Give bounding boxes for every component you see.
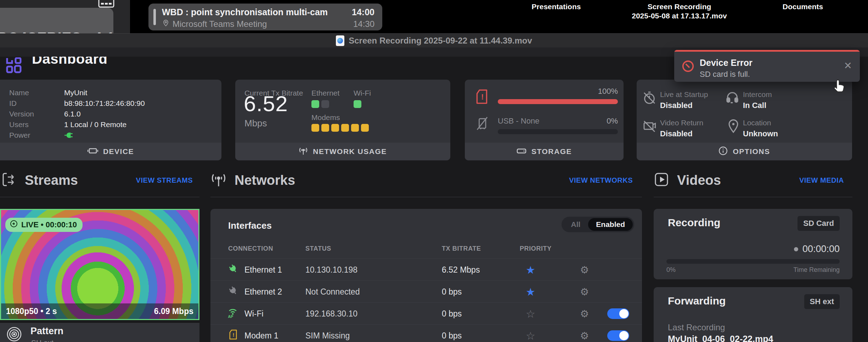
table-row-ethernet-2[interactable]: Ethernet 2 Not Connected 0 bps ★ ⚙ — [210, 280, 642, 302]
modem-status-squares — [311, 124, 371, 133]
status-square-warn — [321, 124, 329, 132]
options-footer-button[interactable]: OPTIONS — [637, 143, 852, 160]
table-row-modem-1[interactable]: ! Modem 1 SIM Missing 0 bps ☆ ⚙ — [210, 324, 642, 342]
status-square-warn — [341, 124, 349, 132]
streams-title: Streams — [25, 173, 78, 188]
live-at-startup-value: Disabled — [660, 101, 693, 110]
fragment-card: RO4SERIES v4.1.1 — [0, 8, 113, 33]
location-label: Location — [743, 119, 771, 127]
location-icon — [727, 119, 740, 135]
recording-title: Recording — [668, 217, 720, 229]
storage-footer-button[interactable]: STORAGE — [465, 143, 624, 160]
recording-card: Recording SD Card 00:00:00 0% Time Remai… — [654, 209, 852, 279]
priority-star-filled[interactable]: ★ — [526, 263, 535, 276]
power-plug-icon — [64, 131, 73, 142]
stream-source-row[interactable]: Pattern SH ext — [0, 323, 199, 342]
close-icon[interactable]: ✕ — [844, 60, 852, 72]
networks-antenna-icon — [210, 171, 227, 189]
video-return-value: Disabled — [660, 129, 693, 138]
priority-star-outline[interactable]: ☆ — [526, 307, 535, 320]
column-header-connection: CONNECTION — [228, 245, 273, 252]
settings-gear-icon[interactable]: ⚙ — [580, 264, 589, 275]
forwarding-card: Forwarding SH ext Last Recording MyUnit_… — [654, 287, 852, 342]
settings-gear-icon[interactable]: ⚙ — [580, 286, 589, 297]
connection-name: Ethernet 1 — [244, 265, 282, 274]
view-streams-link[interactable]: VIEW STREAMS — [136, 176, 193, 184]
table-row-ethernet-1[interactable]: Ethernet 1 10.130.10.198 6.52 Mbps ★ ⚙ — [210, 258, 642, 280]
bitrate-value: 6.52 — [244, 91, 288, 116]
table-row-wifi[interactable]: AP Wi-Fi 192.168.30.10 0 bps ☆ ⚙ — [210, 302, 642, 324]
stream-video-preview[interactable]: LIVE • 00:00:10 1080p50 • 2 s 6.09 Mbps — [0, 209, 199, 320]
wifi-label: Wi-Fi — [354, 89, 371, 97]
desktop-file-presentations[interactable]: Presentations — [517, 2, 595, 11]
wifi-status-squares — [354, 100, 363, 109]
calendar-event-title: WBD : point synchronisation multi-cam — [162, 7, 328, 17]
priority-star-filled[interactable]: ★ — [526, 285, 535, 298]
networks-title: Networks — [235, 173, 295, 188]
antenna-icon — [299, 146, 308, 157]
desktop-file-label-line2: 2025-05-08 at 17.13.17.mov — [624, 11, 735, 21]
modem-enable-toggle[interactable] — [607, 330, 629, 341]
status-square-on — [311, 100, 319, 108]
mouse-cursor-hand — [833, 79, 847, 94]
intercom-value: In Call — [743, 101, 766, 110]
device-error-notification[interactable]: Device Error SD card is full. ✕ — [674, 50, 860, 82]
video-bitrate: 6.09 Mbps — [154, 307, 193, 316]
last-recording-label: Last Recording — [668, 323, 725, 332]
intercom-label: Intercom — [743, 90, 772, 99]
desktop-file-screen-recording[interactable]: Screen Recording 2025-05-08 at 17.13.17.… — [624, 2, 735, 21]
usb-none-icon — [476, 116, 488, 132]
device-row-power: Power — [9, 131, 30, 140]
desktop-file-documents[interactable]: Documents — [765, 2, 840, 11]
view-media-link[interactable]: VIEW MEDIA — [799, 176, 844, 184]
videos-divider — [654, 197, 852, 197]
live-stream-icon — [10, 220, 18, 230]
filter-all-option[interactable]: All — [563, 220, 588, 229]
desktop-background: RO4SERIES v4.1.1 WBD : point synchronisa… — [0, 0, 868, 33]
videos-section-header: Videos VIEW MEDIA — [654, 170, 852, 190]
svg-text:!: ! — [233, 332, 235, 337]
bitrate-unit: Mbps — [244, 118, 267, 129]
wifi-enable-toggle[interactable] — [607, 308, 629, 319]
connection-name: Ethernet 2 — [244, 287, 282, 296]
view-networks-link[interactable]: VIEW NETWORKS — [569, 176, 633, 184]
videos-icon — [654, 172, 669, 189]
forwarding-title: Forwarding — [668, 295, 726, 307]
connection-status: 192.168.30.10 — [305, 309, 357, 318]
connection-name: Wi-Fi — [244, 309, 264, 318]
intercom-headset-icon — [725, 90, 739, 106]
screen: RO4SERIES v4.1.1 WBD : point synchronisa… — [0, 0, 868, 342]
device-footer-button[interactable]: DEVICE — [0, 143, 221, 160]
forwarding-target-badge: SH ext — [804, 294, 840, 309]
stream-source-name: Pattern — [30, 326, 63, 337]
recording-target-badge: SD Card — [797, 216, 840, 231]
calendar-event-widget[interactable]: WBD : point synchronisation multi-cam 14… — [148, 4, 382, 30]
desktop-file-label-line1: Screen Recording — [624, 2, 735, 11]
priority-star-outline[interactable]: ☆ — [526, 329, 535, 342]
video-return-icon — [642, 119, 656, 135]
keyboard-icon — [98, 0, 114, 8]
filter-enabled-option[interactable]: Enabled — [588, 218, 633, 231]
svg-text:!: ! — [481, 92, 484, 101]
ethernet-label: Ethernet — [311, 89, 339, 97]
notification-accent-bar — [674, 50, 860, 52]
recording-timer: 00:00:00 — [794, 244, 840, 255]
settings-gear-icon[interactable]: ⚙ — [580, 308, 589, 319]
video-return-label: Video Return — [660, 119, 703, 127]
storage-panel: ! 100% USB - None 0% STORAGE — [465, 80, 624, 160]
record-dot-icon — [794, 247, 798, 251]
time-remaining-label: Time Remaining — [794, 266, 840, 274]
last-recording-file[interactable]: MyUnit_04-06_02-22.mp4 — [668, 334, 773, 342]
connection-bitrate: 0 bps — [442, 309, 462, 318]
live-at-startup-label: Live at Startup — [660, 90, 708, 99]
settings-gear-icon[interactable]: ⚙ — [580, 330, 589, 341]
device-row-version: Version6.1.0 — [9, 109, 34, 119]
interfaces-panel: Interfaces All Enabled CONNECTION STATUS… — [210, 209, 642, 342]
status-square-warn — [331, 124, 339, 132]
network-usage-footer-button[interactable]: NETWORK USAGE — [235, 143, 450, 160]
window-titlebar[interactable]: Screen Recording 2025-09-22 at 11.44.39.… — [0, 33, 868, 47]
dashboard-grid-icon — [5, 57, 22, 74]
video-info-bar: 1080p50 • 2 s 6.09 Mbps — [1, 303, 198, 319]
notification-message: SD card is full. — [700, 70, 750, 79]
streams-icon — [1, 172, 17, 189]
